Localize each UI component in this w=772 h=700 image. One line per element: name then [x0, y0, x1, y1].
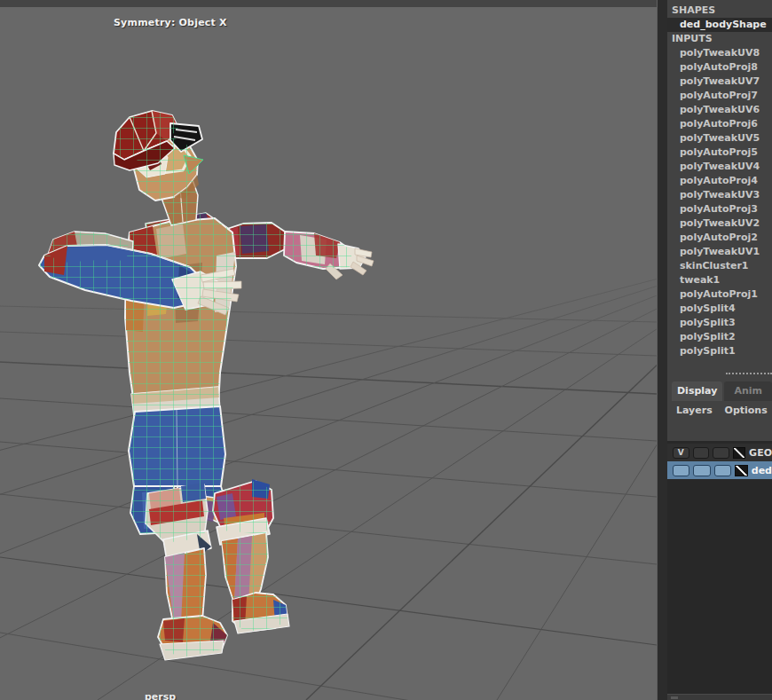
menu-options[interactable]: Options: [725, 405, 768, 416]
channel-item-input[interactable]: polyAutoProj2: [667, 231, 772, 245]
channel-item-input[interactable]: polyTweakUV4: [667, 160, 772, 174]
channel-box-layer-editor: SHAPESded_bodyShapeINPUTSpolyTweakUV8pol…: [667, 0, 772, 700]
channel-item-input[interactable]: polyAutoProj3: [667, 202, 772, 216]
channel-item-input[interactable]: polyTweakUV6: [667, 103, 772, 117]
channel-item-input[interactable]: polyTweakUV2: [667, 216, 772, 231]
channel-item-input[interactable]: polyAutoProj8: [667, 60, 772, 75]
maya-window: Symmetry: Object X persp SHAPESded_bodyS…: [0, 0, 772, 700]
layer-visibility-toggle[interactable]: V: [673, 447, 689, 459]
layer-playback-toggle[interactable]: [693, 447, 710, 459]
resize-grip-icon: [671, 696, 678, 699]
channel-item-input[interactable]: polySplit2: [667, 330, 772, 344]
channel-section-inputs: INPUTS: [667, 32, 772, 46]
channel-item-input[interactable]: polySplit4: [667, 302, 772, 316]
layer-row-ded[interactable]: ded: [667, 461, 772, 479]
channel-item-input[interactable]: polyTweakUV3: [667, 188, 772, 202]
layer-color-swatch-icon[interactable]: [735, 465, 748, 476]
layer-row-geo[interactable]: V GEO: [667, 444, 772, 461]
channel-item-input[interactable]: polyTweakUV1: [667, 245, 772, 259]
channel-item-input[interactable]: polyAutoProj7: [667, 89, 772, 103]
viewport-top-strip: [0, 0, 657, 7]
hud-symmetry-message: Symmetry: Object X: [114, 17, 227, 28]
channel-section-shapes: SHAPES: [667, 4, 772, 18]
display-layer-list: V GEO ded: [667, 441, 772, 694]
channel-item-input[interactable]: polyTweakUV7: [667, 75, 772, 89]
layer-editor-menubar: Layers Options: [667, 401, 772, 421]
channel-item-input[interactable]: skinCluster1: [667, 259, 772, 273]
tab-anim[interactable]: Anim: [724, 381, 772, 401]
layer-visibility-toggle[interactable]: [673, 465, 689, 476]
menu-layers[interactable]: Layers: [676, 405, 713, 416]
layer-color-swatch-icon[interactable]: [733, 447, 745, 459]
channel-item-shape[interactable]: ded_bodyShape: [667, 18, 772, 32]
channel-item-input[interactable]: polyTweakUV5: [667, 131, 772, 146]
viewport-render[interactable]: [0, 0, 657, 700]
layer-name: ded: [752, 465, 772, 476]
channel-item-input[interactable]: polySplit1: [667, 344, 772, 358]
layer-name: GEO: [749, 447, 772, 459]
channel-item-input[interactable]: tweak1: [667, 273, 772, 287]
tab-display[interactable]: Display: [672, 381, 722, 401]
channel-item-input[interactable]: polyAutoProj1: [667, 287, 772, 302]
channel-item-input[interactable]: polyTweakUV8: [667, 46, 772, 60]
layer-playback-toggle[interactable]: [693, 465, 710, 476]
layer-displaytype-toggle[interactable]: [714, 465, 731, 476]
channel-box: SHAPESded_bodyShapeINPUTSpolyTweakUV8pol…: [667, 0, 772, 367]
channel-item-input[interactable]: polyAutoProj6: [667, 117, 772, 131]
channel-item-input[interactable]: polySplit3: [667, 316, 772, 330]
channel-item-input[interactable]: polyAutoProj4: [667, 174, 772, 188]
panel-scrollbar[interactable]: [657, 0, 667, 700]
camera-name-label: persp: [145, 691, 176, 700]
layer-editor-tabs: Display Anim: [667, 380, 772, 401]
channel-item-input[interactable]: polyAutoProj5: [667, 146, 772, 160]
splitter-grip-icon: [726, 373, 772, 374]
panel-bottom-strip: [667, 694, 772, 700]
panel-splitter[interactable]: [667, 370, 772, 378]
grid-fog-fade: [0, 0, 657, 390]
layer-displaytype-toggle[interactable]: [713, 447, 729, 459]
viewport-canvas[interactable]: Symmetry: Object X persp: [0, 0, 657, 700]
